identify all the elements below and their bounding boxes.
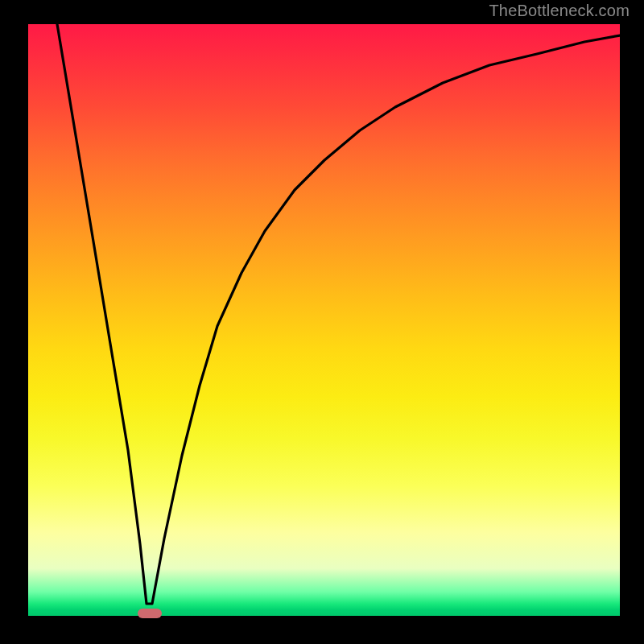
curve-svg xyxy=(28,24,620,616)
optimal-marker xyxy=(138,609,162,618)
watermark-text: TheBottleneck.com xyxy=(489,2,630,20)
bottleneck-curve-path xyxy=(57,24,620,604)
plot-area xyxy=(28,24,620,616)
chart-frame: TheBottleneck.com xyxy=(0,0,644,644)
